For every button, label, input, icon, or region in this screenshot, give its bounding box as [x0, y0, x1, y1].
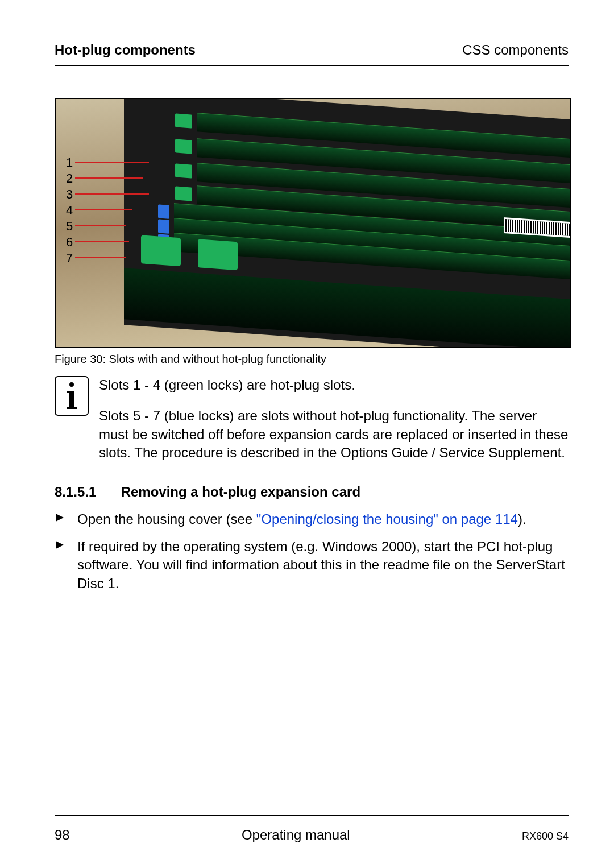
callout-7: 7	[66, 250, 73, 266]
header-section-title: Hot-plug components	[55, 42, 196, 58]
header-chapter-title: CSS components	[462, 42, 569, 58]
page-number: 98	[55, 827, 70, 843]
figure-image: 1 2 3 4 5 6 7	[55, 98, 571, 348]
info-icon	[55, 376, 89, 416]
callout-6: 6	[66, 234, 73, 250]
step-item: Open the housing cover (see "Opening/clo…	[55, 510, 569, 528]
footer-model: RX600 S4	[522, 830, 569, 842]
subsection-number: 8.1.5.1	[55, 484, 117, 500]
svg-marker-1	[56, 541, 64, 549]
step-text: If required by the operating system (e.g…	[77, 538, 569, 593]
callout-3: 3	[66, 187, 73, 202]
info-paragraph-2: Slots 5 - 7 (blue locks) are slots witho…	[99, 407, 569, 462]
callout-5: 5	[66, 218, 73, 234]
step-item: If required by the operating system (e.g…	[55, 538, 569, 593]
subsection-title: Removing a hot-plug expansion card	[121, 484, 360, 499]
step-marker-icon	[55, 510, 67, 528]
cross-reference-link[interactable]: "Opening/closing the housing" on page 11…	[256, 511, 518, 527]
step-marker-icon	[55, 538, 67, 593]
step-text: Open the housing cover (see "Opening/clo…	[77, 510, 526, 528]
callout-2: 2	[66, 171, 73, 187]
page-footer: 98 Operating manual RX600 S4	[55, 815, 569, 843]
figure-callout-numbers: 1 2 3 4 5 6 7	[66, 155, 73, 266]
figure-caption: Figure 30: Slots with and without hot-pl…	[55, 353, 569, 366]
callout-1: 1	[66, 155, 73, 171]
subsection-heading: 8.1.5.1 Removing a hot-plug expansion ca…	[55, 484, 569, 500]
info-note: Slots 1 - 4 (green locks) are hot-plug s…	[55, 376, 569, 475]
svg-marker-0	[56, 514, 64, 522]
footer-title: Operating manual	[242, 827, 350, 843]
page-header: Hot-plug components CSS components	[55, 42, 569, 66]
info-paragraph-1: Slots 1 - 4 (green locks) are hot-plug s…	[99, 376, 569, 394]
callout-4: 4	[66, 202, 73, 218]
